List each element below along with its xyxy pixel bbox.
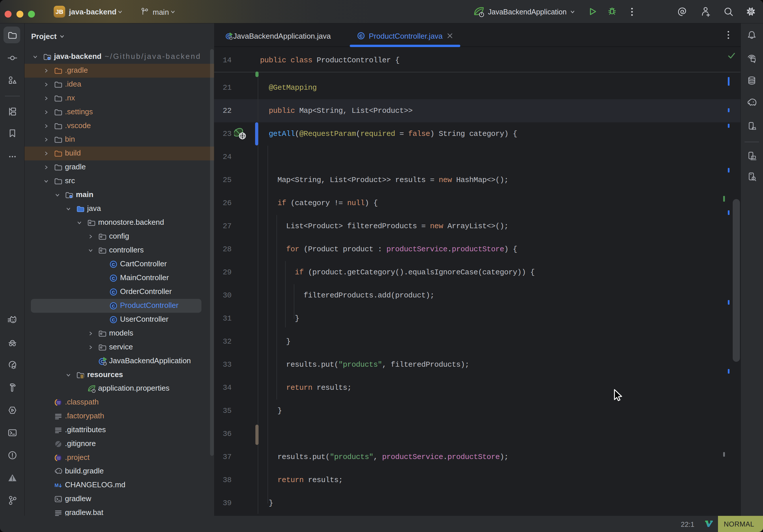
svg-text:C: C [360,34,363,38]
svg-text:C: C [112,303,115,308]
svg-text:C: C [112,290,115,294]
svg-text:C: C [112,276,115,281]
svg-text:C: C [112,317,115,322]
svg-text:M: M [54,483,58,488]
svg-text:C: C [112,262,115,267]
